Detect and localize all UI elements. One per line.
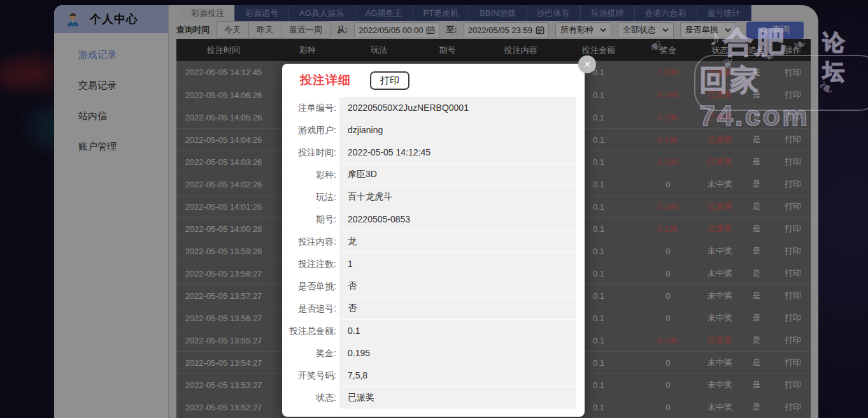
field-label: 投注注数: <box>282 253 339 275</box>
field-value: 1 <box>339 253 576 275</box>
field-value: 202205050X2JuzNERBQ0001 <box>339 97 576 119</box>
field-value: dzjianing <box>339 119 576 141</box>
field-label: 投注总金额: <box>282 320 339 342</box>
modal-field-row: 投注时间:2022-05-05 14:12:45 <box>282 141 576 164</box>
modal-print-button[interactable]: 打印 <box>370 71 409 90</box>
field-label: 奖金: <box>282 342 339 364</box>
modal-field-row: 开奖号码:7,5,8 <box>282 364 576 387</box>
page: 个人中心 游戏记录交易记录站内信账户管理 彩票投注彩票追号AG真人娱乐AG捕鱼王… <box>0 0 868 418</box>
field-value: 0.1 <box>339 320 576 342</box>
field-value: 百十龙虎斗 <box>339 186 576 208</box>
modal-field-row: 是否追号:否 <box>282 298 576 320</box>
modal-field-row: 投注注数:1 <box>282 253 576 275</box>
modal-field-row: 游戏用户:dzjianing <box>282 119 576 141</box>
field-value: 否 <box>339 275 576 298</box>
field-value: 0.195 <box>339 342 576 364</box>
modal-field-row: 注单编号:202205050X2JuzNERBQ0001 <box>282 97 576 119</box>
modal-field-row: 玩法:百十龙虎斗 <box>282 186 576 208</box>
field-label: 游戏用户: <box>282 119 339 141</box>
field-value: 已派奖 <box>339 387 576 409</box>
field-value: 摩臣3D <box>339 164 576 186</box>
field-value: 否 <box>339 298 576 320</box>
field-value: 2022-05-05 14:12:45 <box>339 141 576 164</box>
field-label: 期号: <box>282 208 339 231</box>
field-value: 龙 <box>339 231 576 253</box>
field-label: 状态: <box>282 387 339 409</box>
modal-field-row: 彩种:摩臣3D <box>282 164 576 186</box>
field-label: 注单编号: <box>282 97 339 119</box>
field-label: 是否单挑: <box>282 275 339 298</box>
bet-detail-modal: 投注详细 打印 注单编号:202205050X2JuzNERBQ0001游戏用户… <box>282 64 585 417</box>
modal-field-row: 奖金:0.195 <box>282 342 576 364</box>
modal-field-row: 期号:20220505-0853 <box>282 208 576 231</box>
modal-header: 投注详细 打印 <box>282 64 585 97</box>
field-value: 20220505-0853 <box>339 208 576 231</box>
modal-fields: 注单编号:202205050X2JuzNERBQ0001游戏用户:dzjiani… <box>282 97 585 409</box>
modal-field-row: 投注总金额:0.1 <box>282 320 576 342</box>
modal-title: 投注详细 <box>300 72 351 89</box>
modal-field-row: 状态:已派奖 <box>282 387 576 409</box>
close-icon[interactable]: ✕ <box>578 55 596 73</box>
field-label: 开奖号码: <box>282 364 339 387</box>
field-label: 是否追号: <box>282 298 339 320</box>
field-label: 玩法: <box>282 186 339 208</box>
field-label: 投注内容: <box>282 231 339 253</box>
modal-field-row: 投注内容:龙 <box>282 231 576 253</box>
field-label: 投注时间: <box>282 141 339 164</box>
modal-field-row: 是否单挑:否 <box>282 275 576 298</box>
field-value: 7,5,8 <box>339 364 576 387</box>
field-label: 彩种: <box>282 164 339 186</box>
